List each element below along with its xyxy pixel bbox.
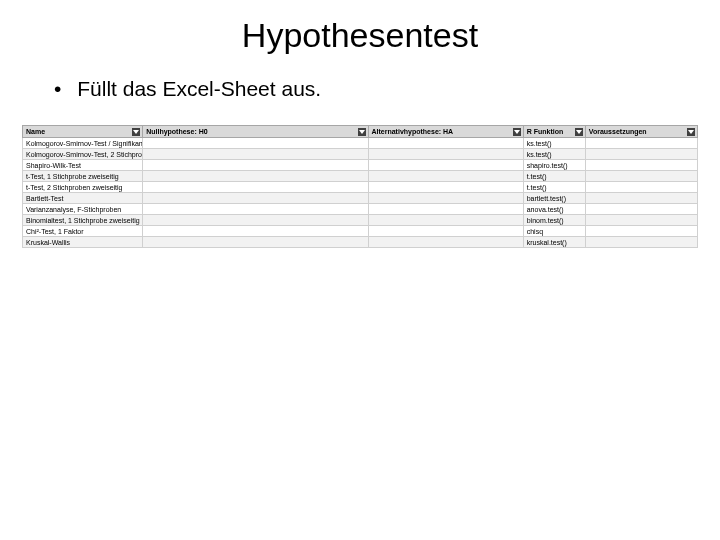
table-row: t-Test, 1 Stichprobe zweiseitig t.test() (23, 171, 698, 182)
col-label: Nullhypothese: H0 (146, 128, 207, 135)
cell-name[interactable]: Varianzanalyse, F-Stichproben (23, 204, 143, 215)
cell-pre[interactable] (585, 237, 697, 248)
filter-icon[interactable] (575, 128, 583, 136)
hypothesis-table: Name Nullhypothese: H0 Alternativhypothe… (22, 125, 698, 248)
svg-marker-1 (359, 130, 365, 134)
cell-fn[interactable]: t.test() (523, 182, 585, 193)
svg-marker-0 (133, 130, 139, 134)
cell-ha[interactable] (368, 138, 523, 149)
cell-fn[interactable]: chisq (523, 226, 585, 237)
col-ha[interactable]: Alternativhypothese: HA (368, 126, 523, 138)
cell-fn[interactable]: ks.test() (523, 138, 585, 149)
cell-pre[interactable] (585, 226, 697, 237)
slide: Hypothesentest Füllt das Excel-Sheet aus… (0, 16, 720, 540)
cell-name[interactable]: Kruskal-Wallis (23, 237, 143, 248)
cell-ha[interactable] (368, 204, 523, 215)
filter-icon[interactable] (132, 128, 140, 136)
table-row: Bartlett-Test bartlett.test() (23, 193, 698, 204)
svg-marker-3 (576, 130, 582, 134)
cell-ha[interactable] (368, 193, 523, 204)
cell-name[interactable]: Chi²-Test, 1 Faktor (23, 226, 143, 237)
cell-pre[interactable] (585, 160, 697, 171)
bullet-text: Füllt das Excel-Sheet aus. (77, 77, 321, 100)
table-row: Chi²-Test, 1 Faktor chisq (23, 226, 698, 237)
cell-h0[interactable] (143, 160, 368, 171)
cell-fn[interactable]: bartlett.test() (523, 193, 585, 204)
cell-name[interactable]: Shapiro-Wilk-Test (23, 160, 143, 171)
cell-h0[interactable] (143, 204, 368, 215)
cell-fn[interactable]: ks.test() (523, 149, 585, 160)
cell-name[interactable]: Kolmogorov-Smirnov-Test, 2 Stichproben (23, 149, 143, 160)
cell-name[interactable]: t-Test, 1 Stichprobe zweiseitig (23, 171, 143, 182)
table-row: Varianzanalyse, F-Stichproben anova.test… (23, 204, 698, 215)
col-label: Alternativhypothese: HA (372, 128, 454, 135)
cell-h0[interactable] (143, 215, 368, 226)
cell-h0[interactable] (143, 149, 368, 160)
svg-marker-4 (688, 130, 694, 134)
cell-h0[interactable] (143, 171, 368, 182)
cell-pre[interactable] (585, 215, 697, 226)
cell-h0[interactable] (143, 237, 368, 248)
table-row: Kolmogorov-Smirnov-Test, 2 Stichproben k… (23, 149, 698, 160)
cell-ha[interactable] (368, 226, 523, 237)
cell-name[interactable]: t-Test, 2 Stichproben zweiseitig (23, 182, 143, 193)
table-body: Kolmogorov-Smirnov-Test / Signifikanz- k… (23, 138, 698, 248)
cell-pre[interactable] (585, 138, 697, 149)
cell-h0[interactable] (143, 182, 368, 193)
cell-h0[interactable] (143, 193, 368, 204)
col-label: Name (26, 128, 45, 135)
cell-pre[interactable] (585, 193, 697, 204)
cell-ha[interactable] (368, 237, 523, 248)
cell-ha[interactable] (368, 215, 523, 226)
cell-ha[interactable] (368, 160, 523, 171)
col-name[interactable]: Name (23, 126, 143, 138)
filter-icon[interactable] (687, 128, 695, 136)
cell-ha[interactable] (368, 182, 523, 193)
table-row: Kolmogorov-Smirnov-Test / Signifikanz- k… (23, 138, 698, 149)
bullet-item: Füllt das Excel-Sheet aus. (54, 77, 720, 101)
table-row: Binomialtest, 1 Stichprobe zweiseitig bi… (23, 215, 698, 226)
col-label: R Funktion (527, 128, 564, 135)
cell-fn[interactable]: shapiro.test() (523, 160, 585, 171)
table-row: Shapiro-Wilk-Test shapiro.test() (23, 160, 698, 171)
cell-fn[interactable]: binom.test() (523, 215, 585, 226)
cell-name[interactable]: Binomialtest, 1 Stichprobe zweiseitig (23, 215, 143, 226)
cell-fn[interactable]: anova.test() (523, 204, 585, 215)
col-pre[interactable]: Voraussetzungen (585, 126, 697, 138)
col-label: Voraussetzungen (589, 128, 647, 135)
table-row: t-Test, 2 Stichproben zweiseitig t.test(… (23, 182, 698, 193)
cell-fn[interactable]: kruskal.test() (523, 237, 585, 248)
cell-fn[interactable]: t.test() (523, 171, 585, 182)
filter-icon[interactable] (358, 128, 366, 136)
cell-ha[interactable] (368, 149, 523, 160)
cell-h0[interactable] (143, 138, 368, 149)
cell-name[interactable]: Bartlett-Test (23, 193, 143, 204)
slide-title: Hypothesentest (0, 16, 720, 55)
cell-pre[interactable] (585, 149, 697, 160)
cell-ha[interactable] (368, 171, 523, 182)
cell-name[interactable]: Kolmogorov-Smirnov-Test / Signifikanz- (23, 138, 143, 149)
cell-pre[interactable] (585, 182, 697, 193)
cell-pre[interactable] (585, 204, 697, 215)
col-h0[interactable]: Nullhypothese: H0 (143, 126, 368, 138)
cell-h0[interactable] (143, 226, 368, 237)
col-fn[interactable]: R Funktion (523, 126, 585, 138)
table-header-row: Name Nullhypothese: H0 Alternativhypothe… (23, 126, 698, 138)
filter-icon[interactable] (513, 128, 521, 136)
cell-pre[interactable] (585, 171, 697, 182)
table-row: Kruskal-Wallis kruskal.test() (23, 237, 698, 248)
svg-marker-2 (514, 130, 520, 134)
